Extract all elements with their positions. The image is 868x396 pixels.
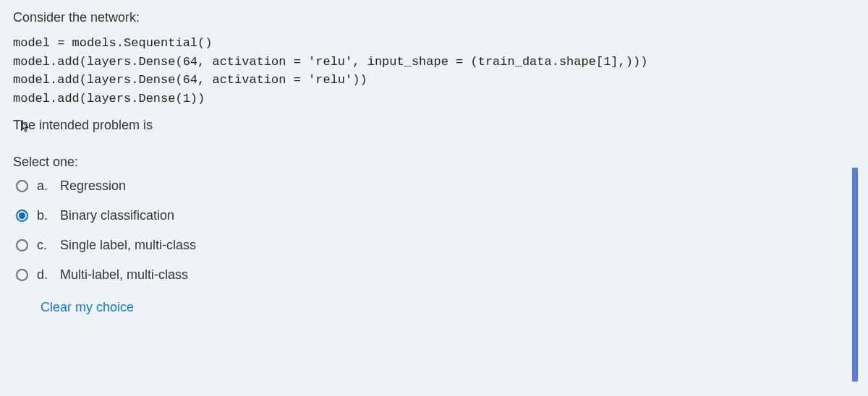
scrollbar-track[interactable]	[852, 168, 858, 382]
radio-d[interactable]	[16, 269, 28, 281]
option-d[interactable]: d. Multi-label, multi-class	[16, 267, 855, 283]
code-snippet: model = models.Sequential() model.add(la…	[13, 34, 855, 108]
option-c[interactable]: c. Single label, multi-class	[16, 238, 855, 253]
option-a[interactable]: a. Regression	[16, 178, 855, 194]
option-text: Binary classification	[60, 208, 174, 223]
radio-a[interactable]	[16, 180, 28, 192]
scrollbar-thumb[interactable]	[852, 168, 858, 382]
clear-my-choice[interactable]: Clear my choice	[41, 300, 134, 315]
select-one-prompt: Select one:	[13, 155, 855, 170]
cursor-icon	[19, 120, 32, 133]
option-list: a. Regression b. Binary classification c…	[13, 178, 855, 283]
option-letter: b.	[37, 208, 54, 223]
option-text: Single label, multi-class	[60, 238, 196, 253]
question-intro: Consider the network:	[13, 9, 855, 27]
option-text: Regression	[60, 178, 126, 194]
option-text: Multi-label, multi-class	[60, 267, 188, 283]
option-letter: a.	[37, 178, 54, 194]
radio-b[interactable]	[16, 210, 28, 222]
question-outro: The intended problem is	[13, 118, 855, 133]
option-letter: c.	[37, 238, 54, 253]
radio-c[interactable]	[16, 239, 28, 251]
option-letter: d.	[37, 267, 54, 283]
option-b[interactable]: b. Binary classification	[16, 208, 855, 223]
